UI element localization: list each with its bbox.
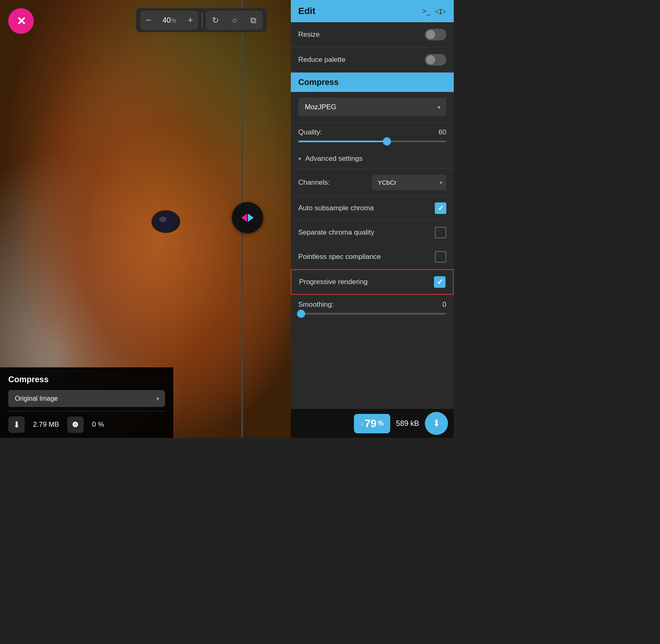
smoothing-label-row: Smoothing: 0 xyxy=(298,301,446,309)
percent-stat-icon: 🄌 xyxy=(67,416,84,433)
smoothing-row: Smoothing: 0 xyxy=(291,295,454,317)
left-stats-bar: ⬇ 2.79 MB 🄌 0 % xyxy=(8,411,165,438)
channels-select[interactable]: YCbCr RGB Grayscale xyxy=(372,175,446,190)
edit-header: Edit >_ ◁▷ xyxy=(291,0,454,22)
quality-label: Quality: xyxy=(298,128,322,136)
zoom-minus-button[interactable]: − xyxy=(140,11,157,30)
quality-slider-track xyxy=(298,141,446,142)
toolbar-divider xyxy=(202,13,203,28)
reduction-down-arrow: ↓ xyxy=(361,420,364,427)
left-image-select[interactable]: Original Image xyxy=(8,390,165,407)
reduce-palette-toggle[interactable] xyxy=(425,54,446,66)
progressive-rendering-checkbox[interactable] xyxy=(434,276,446,288)
compress-section-title: Compress xyxy=(298,78,339,87)
rotate-button[interactable]: ↻ xyxy=(206,11,225,30)
nav-arrows xyxy=(241,214,254,222)
smoothing-slider-track xyxy=(298,313,446,315)
resize-toggle[interactable] xyxy=(425,29,446,40)
advanced-settings-label: Advanced settings xyxy=(305,155,363,163)
edit-header-icons: >_ ◁▷ xyxy=(422,7,446,16)
nav-arrow-right xyxy=(248,214,254,222)
quality-label-row: Quality: 60 xyxy=(298,128,446,136)
separate-chroma-row: Separate chroma quality xyxy=(291,221,454,245)
reduce-palette-label: Reduce palette xyxy=(298,56,345,64)
reduce-palette-toggle-knob xyxy=(426,55,435,64)
close-button[interactable]: ✕ xyxy=(8,8,34,34)
output-file-size: 589 kB xyxy=(396,419,419,428)
reduce-palette-row: Reduce palette xyxy=(291,47,454,73)
smoothing-label: Smoothing: xyxy=(298,301,334,309)
left-compress-title: Compress xyxy=(8,375,165,384)
progressive-rendering-row: Progressive rendering xyxy=(291,269,454,295)
download-icon: ⬇ xyxy=(433,418,440,429)
toolbar-actions: ↻ ○ ⧉ xyxy=(206,11,263,30)
channels-select-wrapper: YCbCr RGB Grayscale ▾ xyxy=(372,175,446,190)
codec-row: MozJPEG WebP AVIF OxiPNG ▾ xyxy=(291,92,454,122)
channels-label: Channels: xyxy=(298,179,330,187)
reduction-percent-value: 79 xyxy=(365,417,377,430)
terminal-icon[interactable]: >_ xyxy=(422,7,431,16)
resize-row: Resize xyxy=(291,22,454,47)
nav-arrow-left xyxy=(241,214,247,222)
circle-button[interactable]: ○ xyxy=(225,11,244,30)
codec-select[interactable]: MozJPEG WebP AVIF OxiPNG xyxy=(298,98,446,116)
quality-slider-thumb[interactable] xyxy=(383,137,391,146)
top-toolbar: − 40% + ↻ ○ ⧉ xyxy=(136,8,267,32)
nav-circle-button[interactable] xyxy=(232,202,263,233)
pointless-spec-label: Pointless spec compliance xyxy=(298,253,381,261)
auto-subsample-checkbox[interactable] xyxy=(435,202,446,214)
bottom-right-bar: ↓ 79 % 589 kB ⬇ xyxy=(291,409,454,438)
zoom-control: − 40% + xyxy=(140,11,198,30)
separate-chroma-checkbox[interactable] xyxy=(435,227,446,238)
right-panel: Edit >_ ◁▷ Resize Reduce palette Compres… xyxy=(291,0,454,438)
zoom-value: 40% xyxy=(157,16,182,25)
channels-row: Channels: YCbCr RGB Grayscale ▾ xyxy=(291,169,454,196)
quality-slider-wrapper xyxy=(298,141,446,146)
left-image-select-wrapper: Original Image ▾ xyxy=(8,390,165,407)
separate-chroma-label: Separate chroma quality xyxy=(298,228,374,237)
resize-toggle-knob xyxy=(426,30,435,39)
file-size-value: 2.79 MB xyxy=(33,421,59,429)
edit-title: Edit xyxy=(298,6,316,16)
quality-row: Quality: 60 xyxy=(291,122,454,149)
left-panel: Compress Original Image ▾ ⬇ 2.79 MB 🄌 0 … xyxy=(0,367,173,438)
progressive-rendering-label: Progressive rendering xyxy=(299,278,368,286)
resize-label: Resize xyxy=(298,31,320,39)
smoothing-value: 0 xyxy=(443,301,446,309)
pointless-spec-checkbox[interactable] xyxy=(435,251,446,263)
smoothing-slider-thumb[interactable] xyxy=(297,310,305,318)
reduction-percent-sign: % xyxy=(378,420,384,427)
reduction-badge: ↓ 79 % xyxy=(354,414,390,433)
panda-eye xyxy=(151,210,180,233)
spacer xyxy=(291,317,454,350)
codec-select-wrapper: MozJPEG WebP AVIF OxiPNG ▾ xyxy=(298,98,446,116)
advanced-chevron-icon: ▾ xyxy=(298,155,301,162)
download-button[interactable]: ⬇ xyxy=(425,412,448,435)
zoom-plus-button[interactable]: + xyxy=(182,11,198,30)
layout-button[interactable]: ⧉ xyxy=(244,11,263,30)
pointless-spec-row: Pointless spec compliance xyxy=(291,245,454,269)
download-stat-icon: ⬇ xyxy=(8,416,25,433)
quality-value: 60 xyxy=(438,128,446,136)
arrows-icon[interactable]: ◁▷ xyxy=(435,7,446,16)
auto-subsample-label: Auto subsample chroma xyxy=(298,204,374,212)
percent-value: 0 % xyxy=(92,421,104,429)
compress-section-header: Compress xyxy=(291,73,454,92)
advanced-settings-header[interactable]: ▾ Advanced settings xyxy=(291,149,454,169)
auto-subsample-row: Auto subsample chroma xyxy=(291,196,454,221)
